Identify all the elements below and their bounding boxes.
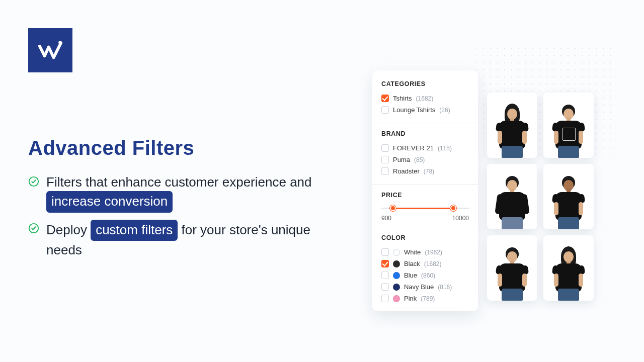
slider-track [393, 208, 453, 209]
check-circle-icon [28, 223, 39, 236]
color-options: White (1962) Black (1682) Blue (860) Nav… [381, 246, 469, 304]
bullet-2-highlight: custom filters [91, 220, 178, 241]
check-circle-icon [28, 176, 39, 189]
color-swatch-icon [393, 272, 400, 279]
option-label: Pink [404, 295, 417, 302]
product-grid [487, 93, 594, 301]
option-label: Roadster [393, 167, 420, 175]
svg-point-0 [58, 41, 62, 44]
option-count: (1682) [424, 260, 442, 267]
feature-bullets: Filters that enhance customer experience… [28, 166, 330, 259]
section-title-brand: BRAND [381, 130, 469, 137]
brand-logo [28, 28, 72, 72]
checkbox-icon[interactable] [381, 156, 389, 163]
checkbox-icon[interactable] [381, 272, 389, 279]
filter-option-puma[interactable]: Puma (85) [381, 154, 469, 165]
filter-option-roadster[interactable]: Roadster (78) [381, 165, 469, 177]
product-card[interactable] [543, 164, 594, 229]
option-label: Puma [393, 156, 410, 163]
section-title-price: PRICE [381, 192, 469, 199]
page-title: Advanced Filters [28, 137, 194, 159]
checkbox-icon[interactable] [381, 283, 389, 291]
option-count: (860) [421, 272, 435, 279]
color-swatch-icon [393, 249, 400, 256]
option-label: FOREVER 21 [393, 144, 434, 152]
filter-option-blue[interactable]: Blue (860) [381, 269, 469, 281]
option-label: Lounge Tshirts [393, 106, 435, 114]
filter-option-tshirts[interactable]: Tshirts (1682) [381, 93, 469, 104]
section-title-color: COLOR [381, 234, 469, 241]
categories-options: Tshirts (1682) Lounge Tshirts (26) [381, 93, 469, 116]
option-count: (1682) [416, 95, 434, 102]
checkbox-icon[interactable] [381, 167, 389, 175]
section-title-categories: CATEGORIES [381, 80, 469, 87]
price-max-label: 10000 [452, 215, 469, 222]
price-slider[interactable]: 900 10000 [381, 204, 469, 222]
checkbox-icon[interactable] [381, 144, 389, 152]
slider-handle-low[interactable] [390, 205, 396, 211]
product-card[interactable] [487, 164, 537, 229]
logo-w-icon [37, 37, 63, 63]
option-label: Blue [404, 272, 417, 279]
option-label: Navy Blue [404, 283, 434, 291]
option-count: (85) [414, 156, 425, 163]
brand-options: FOREVER 21 (115) Puma (85) Roadster (78) [381, 142, 469, 177]
color-swatch-icon [393, 284, 400, 291]
color-swatch-icon [393, 260, 400, 267]
filter-option-white[interactable]: White (1962) [381, 246, 469, 258]
option-count: (1962) [425, 249, 442, 256]
option-count: (78) [424, 168, 434, 175]
bullet-1-text: Filters that enhance customer experience… [46, 173, 330, 213]
bullet-2-text: Deploy custom filters for your store's u… [46, 220, 330, 259]
option-count: (789) [421, 295, 435, 302]
bullet-2-pre: Deploy [46, 222, 91, 237]
bullet-1-pre: Filters that enhance customer experience… [46, 174, 312, 190]
filter-option-lounge-tshirts[interactable]: Lounge Tshirts (26) [381, 104, 469, 116]
slider-handle-high[interactable] [450, 205, 456, 211]
filter-option-forever21[interactable]: FOREVER 21 (115) [381, 142, 469, 154]
bullet-2: Deploy custom filters for your store's u… [28, 220, 330, 259]
filter-panel: CATEGORIES Tshirts (1682) Lounge Tshirts… [372, 70, 478, 311]
bullet-1: Filters that enhance customer experience… [28, 173, 330, 213]
checkbox-icon[interactable] [381, 295, 389, 302]
option-count: (816) [438, 284, 452, 291]
option-label: White [404, 248, 421, 256]
option-label: Tshirts [393, 95, 412, 102]
product-card[interactable] [487, 235, 537, 301]
product-card[interactable] [487, 93, 537, 158]
product-card[interactable] [543, 235, 594, 301]
checkbox-icon[interactable] [381, 95, 389, 102]
product-card[interactable] [543, 93, 594, 158]
color-swatch-icon [393, 295, 400, 302]
option-label: Black [404, 260, 420, 267]
checkbox-icon[interactable] [381, 260, 389, 267]
divider [372, 184, 478, 185]
filter-option-navy-blue[interactable]: Navy Blue (816) [381, 281, 469, 293]
filter-option-black[interactable]: Black (1682) [381, 258, 469, 269]
option-count: (26) [439, 107, 450, 114]
option-count: (115) [438, 145, 452, 152]
checkbox-icon[interactable] [381, 248, 389, 256]
bullet-1-highlight: increase conversion [46, 191, 173, 212]
filter-option-pink[interactable]: Pink (789) [381, 293, 469, 304]
checkbox-icon[interactable] [381, 106, 389, 114]
divider [372, 123, 478, 123]
price-min-label: 900 [381, 215, 391, 222]
divider [372, 227, 478, 227]
